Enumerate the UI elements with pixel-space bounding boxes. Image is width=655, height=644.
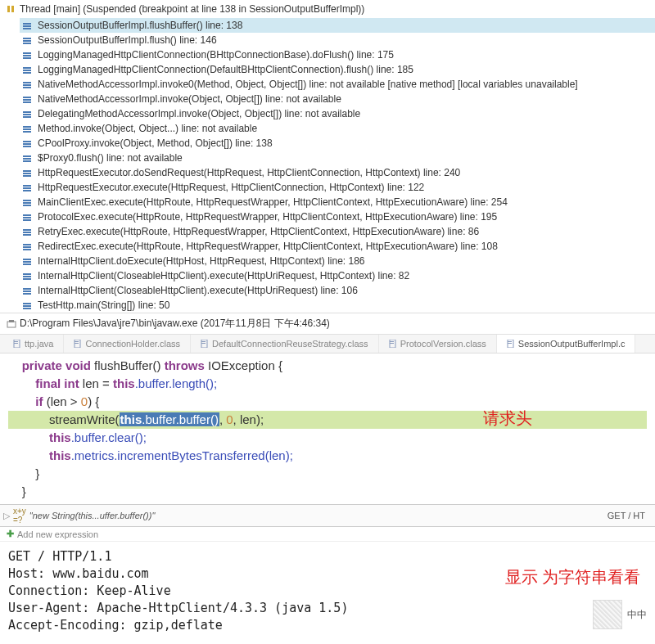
code-method: flushBuffer() <box>94 358 160 372</box>
svg-rect-59 <box>23 303 31 304</box>
http-raw-text[interactable]: GET / HTTP/1.1 Host: www.baidu.com Conne… <box>0 542 490 641</box>
svg-rect-56 <box>23 288 31 290</box>
stack-frame[interactable]: TestHttp.main(String[]) line: 50 <box>20 298 655 313</box>
editor-tab[interactable]: ConnectionHolder.class <box>64 335 191 353</box>
annotation-request-header: 请求头 <box>483 409 532 427</box>
file-icon <box>507 340 515 348</box>
stack-frame-text: NativeMethodAccessorImpl.invoke0(Method,… <box>38 78 578 91</box>
svg-rect-8 <box>23 52 31 54</box>
stack-frame[interactable]: LoggingManagedHttpClientConnection(BHttp… <box>20 47 655 62</box>
editor-tab[interactable]: ProtocolVersion.class <box>379 335 497 353</box>
file-icon <box>13 340 21 348</box>
svg-rect-49 <box>23 249 31 250</box>
svg-rect-31 <box>23 160 31 162</box>
svg-rect-27 <box>23 143 31 145</box>
stack-frame[interactable]: HttpRequestExecutor.execute(HttpRequest,… <box>20 180 655 195</box>
code-number: 0 <box>81 394 88 408</box>
code-text: streamWrite( <box>8 412 120 426</box>
editor-tab[interactable]: DefaultConnectionReuseStrategy.class <box>191 335 379 353</box>
add-expression-label: Add new expression <box>17 529 98 539</box>
code-text: } <box>8 483 647 501</box>
stack-frame-text: InternalHttpClient.doExecute(HttpHost, H… <box>38 254 365 268</box>
svg-rect-24 <box>23 128 31 130</box>
svg-rect-21 <box>23 114 31 115</box>
stack-frame[interactable]: Method.invoke(Object, Object...) line: n… <box>20 121 655 136</box>
stack-frame[interactable]: RedirectExec.execute(HttpRoute, HttpRequ… <box>20 239 655 254</box>
stack-frame[interactable]: ProtocolExec.execute(HttpRoute, HttpRequ… <box>20 209 655 224</box>
svg-rect-69 <box>75 343 79 344</box>
svg-rect-6 <box>23 40 31 42</box>
tab-label: ProtocolVersion.class <box>400 339 486 349</box>
stack-frame[interactable]: MainClientExec.execute(HttpRoute, HttpRe… <box>20 195 655 209</box>
stack-frame-icon <box>23 21 34 29</box>
svg-rect-46 <box>23 234 31 236</box>
stack-frame[interactable]: HttpRequestExecutor.doSendRequest(HttpRe… <box>20 165 655 180</box>
svg-rect-60 <box>23 305 31 307</box>
stack-frame-text: MainClientExec.execute(HttpRoute, HttpRe… <box>38 196 508 209</box>
expression-row[interactable]: ▷ x+y=? "new String(this...uffer.buffer(… <box>0 504 655 527</box>
code-keyword: private <box>22 358 62 372</box>
stack-frame[interactable]: NativeMethodAccessorImpl.invoke(Object, … <box>20 92 655 106</box>
stack-frame[interactable]: $Proxy0.flush() line: not available <box>20 151 655 165</box>
svg-rect-74 <box>390 341 394 342</box>
thread-header[interactable]: Thread [main] (Suspended (breakpoint at … <box>0 0 655 18</box>
svg-rect-0 <box>7 6 10 12</box>
svg-rect-14 <box>23 82 31 83</box>
stack-frame[interactable]: LoggingManagedHttpClientConnection(Defau… <box>20 62 655 77</box>
stack-frame-text: SessionOutputBufferImpl.flush() line: 14… <box>38 34 217 47</box>
svg-rect-55 <box>23 278 31 280</box>
editor-tab[interactable]: SessionOutputBufferImpl.c <box>497 335 636 353</box>
code-editor[interactable]: private void flushBuffer() throws IOExce… <box>0 354 655 504</box>
code-text: (len > <box>43 394 81 408</box>
stack-frame[interactable]: SessionOutputBufferImpl.flushBuffer() li… <box>20 18 655 33</box>
code-keyword: void <box>66 358 91 372</box>
stack-frame-text: LoggingManagedHttpClientConnection(Defau… <box>38 63 413 76</box>
svg-rect-50 <box>23 259 31 260</box>
thread-suspended-icon <box>7 4 16 14</box>
svg-rect-1 <box>11 6 14 12</box>
expand-icon[interactable]: ▷ <box>3 511 10 521</box>
stack-frame-text: ProtocolExec.execute(HttpRoute, HttpRequ… <box>38 210 497 223</box>
svg-rect-78 <box>508 343 512 344</box>
code-keyword: int <box>64 376 79 390</box>
svg-rect-16 <box>23 87 31 88</box>
stack-frame-icon <box>23 198 34 206</box>
code-indent <box>8 430 49 444</box>
svg-rect-28 <box>23 146 31 147</box>
svg-rect-35 <box>23 185 31 187</box>
stack-frame[interactable]: RetryExec.execute(HttpRoute, HttpRequest… <box>20 224 655 239</box>
stack-frame-icon <box>23 301 34 309</box>
stack-frame-text: InternalHttpClient(CloseableHttpClient).… <box>38 284 358 297</box>
stack-frame[interactable]: NativeMethodAccessorImpl.invoke0(Method,… <box>20 77 655 92</box>
svg-rect-62 <box>7 322 16 327</box>
svg-rect-42 <box>23 217 31 218</box>
stack-frame[interactable]: DelegatingMethodAccessorImpl.invoke(Obje… <box>20 106 655 121</box>
svg-rect-65 <box>14 341 18 342</box>
svg-rect-45 <box>23 232 31 233</box>
stack-frame-text: TestHttp.main(String[]) line: 50 <box>38 299 169 312</box>
add-expression-row[interactable]: ✚ Add new expression <box>0 527 655 542</box>
plus-icon: ✚ <box>7 529 14 539</box>
svg-rect-5 <box>23 38 31 39</box>
editor-tab[interactable]: ttp.java <box>3 335 64 353</box>
svg-rect-3 <box>23 25 31 27</box>
watermark: 中中 <box>593 600 647 629</box>
qr-code-icon <box>593 600 622 629</box>
code-field: .buffer.length(); <box>135 376 218 390</box>
breakpoint-line[interactable]: streamWrite(this.buffer.buffer(), 0, len… <box>8 411 647 429</box>
code-field: .buffer.clear(); <box>71 430 147 444</box>
svg-rect-48 <box>23 246 31 248</box>
stack-frame[interactable]: InternalHttpClient(CloseableHttpClient).… <box>20 268 655 283</box>
stack-frame[interactable]: SessionOutputBufferImpl.flush() line: 14… <box>20 33 655 47</box>
stack-frame-text: Method.invoke(Object, Object...) line: n… <box>38 122 257 135</box>
code-selection: .buffer.buffer() <box>142 412 219 426</box>
stack-frame[interactable]: CPoolProxy.invoke(Object, Method, Object… <box>20 136 655 151</box>
stack-frame[interactable]: InternalHttpClient.doExecute(HttpHost, H… <box>20 254 655 268</box>
stack-frame[interactable]: InternalHttpClient(CloseableHttpClient).… <box>20 283 655 298</box>
stack-frame-icon <box>23 51 34 59</box>
stack-frame-icon <box>23 272 34 280</box>
svg-rect-29 <box>23 155 31 157</box>
svg-rect-26 <box>23 141 31 142</box>
stack-frame-icon <box>23 169 34 177</box>
process-line[interactable]: D:\Program Files\Java\jre7\bin\javaw.exe… <box>0 313 655 335</box>
